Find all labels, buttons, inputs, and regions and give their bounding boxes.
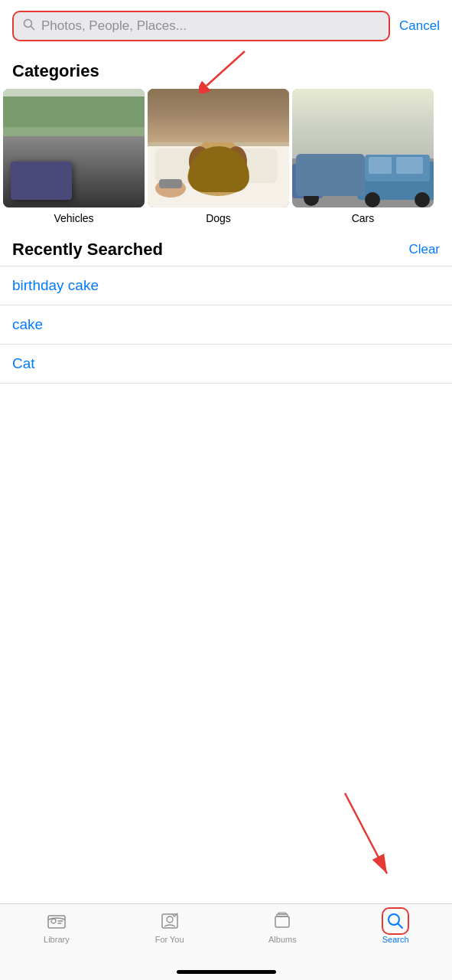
- svg-point-27: [201, 149, 219, 170]
- search-bar-area: Photos, People, Places... Cancel: [0, 0, 452, 49]
- category-item-vehicles[interactable]: Vehicles: [3, 89, 145, 224]
- svg-point-58: [167, 916, 173, 923]
- recently-searched-header: Recently Searched Clear: [0, 224, 452, 266]
- svg-rect-7: [3, 154, 145, 207]
- category-label-cars: Cars: [352, 212, 375, 224]
- home-indicator: [177, 970, 276, 974]
- svg-point-52: [304, 191, 319, 206]
- svg-line-54: [345, 793, 387, 874]
- svg-rect-10: [7, 156, 60, 179]
- svg-point-29: [206, 151, 212, 157]
- svg-rect-51: [292, 164, 323, 198]
- svg-point-13: [7, 192, 22, 207]
- svg-rect-36: [346, 96, 361, 108]
- categories-row: Vehicles: [0, 89, 452, 224]
- search-result-item-cake[interactable]: cake: [0, 305, 452, 345]
- category-thumb-cars: [292, 89, 434, 207]
- svg-rect-35: [338, 89, 434, 158]
- svg-rect-33: [159, 179, 182, 188]
- search-input-wrapper[interactable]: Photos, People, Places...: [12, 11, 390, 41]
- svg-point-28: [216, 149, 235, 170]
- clear-button[interactable]: Clear: [408, 242, 440, 257]
- arrow-to-tab-search: [330, 786, 406, 888]
- svg-point-23: [187, 158, 249, 196]
- tab-library-label: Library: [44, 935, 70, 944]
- tab-library[interactable]: Library: [0, 910, 113, 944]
- svg-rect-39: [346, 116, 361, 127]
- search-icon: [23, 18, 35, 34]
- search-placeholder: Photos, People, Places...: [41, 18, 187, 34]
- library-icon: [46, 910, 67, 932]
- tab-albums[interactable]: Albums: [226, 910, 340, 944]
- tab-search[interactable]: Search: [339, 910, 452, 944]
- svg-rect-6: [3, 127, 145, 158]
- tab-albums-label: Albums: [268, 935, 297, 944]
- svg-rect-59: [275, 916, 289, 927]
- tab-search-label: Search: [382, 935, 409, 944]
- search-result-item-cat[interactable]: Cat: [0, 345, 452, 384]
- svg-line-3: [206, 51, 245, 86]
- tab-for-you-label: For You: [155, 935, 184, 944]
- svg-point-31: [213, 159, 223, 167]
- for-you-icon: [159, 910, 180, 932]
- recently-searched-title: Recently Searched: [12, 240, 163, 260]
- svg-rect-19: [148, 89, 289, 142]
- svg-rect-40: [369, 116, 384, 127]
- arrow-to-search: [199, 47, 260, 96]
- svg-rect-22: [155, 149, 278, 183]
- category-thumb-dogs: [148, 89, 289, 207]
- svg-rect-17: [3, 173, 9, 185]
- svg-rect-16: [95, 160, 137, 179]
- tab-for-you[interactable]: For You: [113, 910, 226, 944]
- category-thumb-vehicles: [3, 89, 145, 207]
- search-result-list: birthday cake cake Cat: [0, 266, 452, 384]
- category-item-dogs[interactable]: Dogs: [148, 89, 289, 224]
- category-item-cars[interactable]: Cars: [292, 89, 434, 224]
- svg-rect-20: [155, 93, 281, 139]
- svg-point-14: [53, 192, 68, 207]
- svg-rect-11: [9, 158, 31, 174]
- svg-rect-8: [3, 150, 145, 158]
- svg-rect-37: [369, 96, 384, 108]
- category-label-dogs: Dogs: [206, 212, 231, 224]
- svg-point-49: [415, 192, 430, 207]
- svg-rect-41: [392, 116, 407, 127]
- svg-line-63: [398, 924, 403, 929]
- search-tab-icon-wrapper: [385, 910, 406, 932]
- svg-rect-47: [396, 157, 423, 174]
- svg-rect-12: [34, 158, 55, 174]
- svg-point-48: [365, 192, 380, 207]
- cancel-button[interactable]: Cancel: [399, 18, 440, 34]
- search-result-item-birthday-cake[interactable]: birthday cake: [0, 266, 452, 305]
- svg-point-56: [51, 919, 56, 923]
- albums-icon: [272, 910, 293, 932]
- svg-rect-46: [369, 157, 392, 174]
- svg-rect-15: [87, 165, 145, 196]
- search-tab-box: [382, 907, 409, 935]
- svg-point-25: [189, 146, 210, 177]
- category-label-vehicles: Vehicles: [54, 212, 93, 224]
- svg-line-1: [31, 27, 34, 30]
- svg-rect-9: [3, 162, 76, 200]
- svg-point-24: [197, 138, 239, 175]
- svg-rect-38: [392, 96, 407, 108]
- svg-rect-61: [278, 913, 286, 914]
- tab-bar: Library For You Albums: [0, 903, 452, 980]
- svg-point-26: [226, 146, 247, 177]
- svg-point-30: [224, 151, 230, 157]
